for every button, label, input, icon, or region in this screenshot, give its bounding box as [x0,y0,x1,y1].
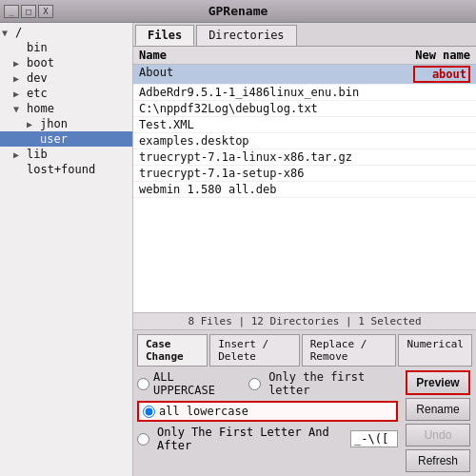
option-tab-case-change[interactable]: Case Change [137,334,208,367]
file-newname: about [413,66,470,83]
radio-after[interactable] [137,433,149,446]
file-name: Test.XML [139,118,470,131]
tree-arrow-icon: ▼ [2,28,13,38]
file-row[interactable]: C:\nppdf32Log\debuglog.txt [133,101,476,117]
file-name: About [139,66,413,83]
label-lowercase: all lowercase [159,405,248,418]
option-tab-replace---remove[interactable]: Replace / Remove [302,334,397,367]
rename-button[interactable]: Rename [406,398,470,421]
action-buttons: Preview Rename Undo Refresh [406,370,472,472]
tree-item-etc[interactable]: ▶etc [0,86,132,101]
preview-button[interactable]: Preview [406,370,470,395]
refresh-button[interactable]: Refresh [406,449,470,472]
main-content: ▼/ bin▶boot▶dev▶etc▼home▶jhon user▶lib l… [0,23,476,476]
tree-item-label: jhon [40,117,68,130]
options-content: ALL UPPERCASEOnly the first letter all l… [137,370,472,472]
file-row[interactable]: webmin 1.580 all.deb [133,182,476,198]
tab-files[interactable]: Files [135,25,194,46]
tree-item-label: lib [27,148,48,161]
option-lowercase-row: all lowercase [137,401,398,422]
status-text: 8 Files | 12 Directories | 1 Selected [188,315,421,327]
file-row[interactable]: AdbeRdr9.5.1-1_i486linux_enu.bin [133,85,476,101]
tree-arrow-icon: ▶ [13,73,25,84]
tree-item-dev[interactable]: ▶dev [0,70,132,86]
label-uppercase: ALL UPPERCASE [153,370,233,397]
option-tab-insert---delete[interactable]: Insert / Delete [209,334,300,367]
tree-item-lib[interactable]: ▶lib [0,147,132,162]
file-row[interactable]: truecrypt-7.1a-setup-x86 [133,166,476,182]
case-change-options: ALL UPPERCASEOnly the first letter all l… [137,370,398,452]
file-row[interactable]: examples.desktop [133,133,476,149]
file-name: webmin 1.580 all.deb [139,183,470,196]
file-row[interactable]: truecrypt-7.1a-linux-x86.tar.gz [133,149,476,166]
tree-item-label: home [27,102,54,115]
option-after-row: Only The First Letter And After [137,426,398,452]
tree-item-lost-found[interactable]: lost+found [0,162,132,177]
minimize-button[interactable]: _ [4,5,19,18]
option-tab-numerical[interactable]: Numerical [398,334,472,367]
tree-arrow-icon: ▶ [27,119,38,129]
file-row[interactable]: Test.XML [133,117,476,133]
tree-item-jhon[interactable]: ▶jhon [0,116,132,131]
tab-directories[interactable]: Directories [196,25,296,46]
tree-item-label: user [40,132,68,146]
tree-item-label: / [15,26,22,39]
file-name: truecrypt-7.1a-setup-x86 [139,167,470,180]
radio-first-letter[interactable] [248,378,261,390]
file-name: truecrypt-7.1a-linux-x86.tar.gz [139,150,470,164]
directory-tree: ▼/ bin▶boot▶dev▶etc▼home▶jhon user▶lib l… [0,23,133,476]
file-name: examples.desktop [139,134,470,148]
tree-arrow-icon: ▶ [13,58,25,69]
file-row[interactable]: Aboutabout [133,65,476,85]
file-name: C:\nppdf32Log\debuglog.txt [139,102,470,115]
column-name: Name [139,49,167,62]
label-after: Only The First Letter And After [157,426,343,452]
radio-uppercase[interactable] [137,378,149,390]
tree-arrow-icon: ▼ [13,104,25,114]
tree-item-label: boot [27,56,54,69]
label-first-letter: Only the first letter [268,370,398,397]
close-button[interactable]: X [38,5,53,18]
tree-item-label: lost+found [27,163,95,176]
column-newname: New name [415,49,470,62]
tree-item-label: dev [27,71,48,85]
tree-item-label: etc [27,87,48,100]
option-tabs: Case ChangeInsert / DeleteReplace / Remo… [137,334,472,367]
undo-button[interactable]: Undo [406,424,470,446]
option-uppercase-row: ALL UPPERCASEOnly the first letter [137,370,398,397]
after-chars-input[interactable] [350,430,398,447]
view-tabs: Files Directories [133,23,476,47]
tree-item-home[interactable]: ▼home [0,101,132,116]
file-list-header: Name New name [133,47,476,65]
maximize-button[interactable]: □ [21,5,36,18]
file-name: AdbeRdr9.5.1-1_i486linux_enu.bin [139,86,470,99]
window-controls: _ □ X [4,5,53,18]
radio-lowercase[interactable] [143,406,155,418]
tree-item--[interactable]: ▼/ [0,25,132,40]
tree-arrow-icon: ▶ [13,89,25,99]
window-title: GPRename [208,4,268,18]
status-bar: 8 Files | 12 Directories | 1 Selected [133,312,476,330]
right-panel: Files Directories Name New name Aboutabo… [133,23,476,476]
tree-item-bin[interactable]: bin [0,40,132,55]
tree-item-user[interactable]: user [0,131,132,147]
options-panel: Case ChangeInsert / DeleteReplace / Remo… [133,330,476,476]
titlebar: _ □ X GPRename [0,0,476,23]
file-list: AboutaboutAdbeRdr9.5.1-1_i486linux_enu.b… [133,65,476,312]
tree-item-label: bin [27,41,48,54]
tree-item-boot[interactable]: ▶boot [0,55,132,70]
app-window: _ □ X GPRename ▼/ bin▶boot▶dev▶etc▼home▶… [0,0,476,476]
tree-arrow-icon: ▶ [13,149,25,160]
